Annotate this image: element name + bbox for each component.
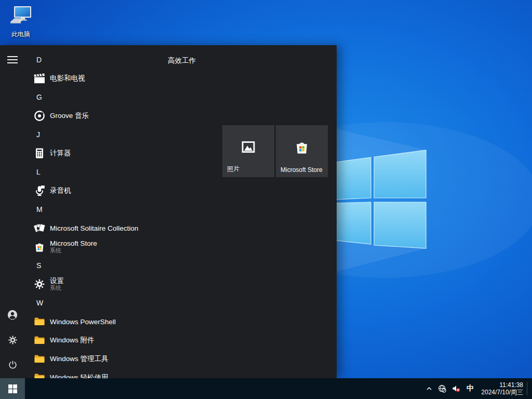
section-header-S[interactable]: S [25,256,166,275]
ime-indicator[interactable]: 中 [463,378,477,399]
app-label: Windows 管理工具 [50,354,109,364]
hidden-icons-button[interactable] [423,378,435,399]
app-label: 录音机 [50,186,71,195]
app-label: 计算器 [50,149,71,158]
tile-照片[interactable]: 照片 [222,125,274,177]
voice-recorder-icon [33,184,46,197]
user-account-button[interactable] [6,310,19,322]
app-list: D电影和电视GGroove 音乐J 计算器L录音机MMicrosoft Soli… [25,50,166,378]
settings-gear-icon [33,278,46,290]
folder-icon [33,371,46,378]
app-sublabel: 系统 [50,247,97,254]
tile-label: Microsoft Store [281,166,323,174]
section-letter: S [36,261,41,270]
clock-date: 2024/7/10/周三 [477,389,523,396]
app-label: Windows 轻松使用 [50,373,109,378]
app-label: Windows PowerShell [50,318,116,326]
section-header-D[interactable]: D [25,50,166,69]
section-header-G[interactable]: G [25,88,166,107]
windows-start-icon [8,384,17,393]
app-label: Microsoft Solitaire Collection [50,224,138,232]
app-item-电影和电视[interactable]: 电影和电视 [25,69,166,88]
volume-button[interactable] [449,378,463,399]
chevron-up-icon [425,384,433,393]
folder-item-Windows 附件[interactable]: Windows 附件 [25,331,166,350]
section-letter: D [36,56,42,64]
store-icon [294,139,310,155]
tile-group-title: 高效工作 [168,56,196,65]
groove-music-icon [33,110,46,122]
section-header-L[interactable]: L [25,163,166,181]
folder-icon [33,353,46,365]
app-label: 电影和电视 [50,74,85,83]
user-icon [7,309,18,323]
desktop-icon-label: 此电脑 [4,31,37,38]
gear-outline-icon [7,335,18,348]
tile-Microsoft Store[interactable]: Microsoft Store [276,125,328,177]
start-menu-rail [0,45,25,378]
system-tray: 中 11:41:38 2024/7/10/周三 [423,378,532,399]
settings-button[interactable] [6,335,19,347]
this-pc-icon [8,5,33,28]
clock[interactable]: 11:41:38 2024/7/10/周三 [477,381,527,396]
folder-item-Windows 管理工具[interactable]: Windows 管理工具 [25,350,166,368]
section-letter: L [36,168,41,176]
app-label: 设置 [50,277,64,285]
app-item-录音机[interactable]: 录音机 [25,181,166,200]
app-item-Microsoft Store[interactable]: Microsoft Store系统 [25,237,166,256]
movies-tv-icon [33,72,46,85]
hamburger-icon [7,56,18,63]
section-header-W[interactable]: W [25,294,166,312]
start-menu: D电影和电视GGroove 音乐J 计算器L录音机MMicrosoft Soli… [0,45,337,378]
store-icon [33,241,46,253]
desktop-icon-this-pc[interactable]: 此电脑 [4,5,37,38]
volume-muted-icon [452,384,460,393]
taskbar: 中 11:41:38 2024/7/10/周三 [0,378,532,399]
photos-icon [240,139,257,155]
app-item-计算器[interactable]: 计算器 [25,144,166,163]
screen: 此电脑 D电影和电视GGroove 音乐J 计算器L录音机MMicrosoft … [0,0,532,399]
section-header-J[interactable]: J [25,125,166,144]
section-letter: W [36,299,43,307]
clock-time: 11:41:38 [477,381,523,389]
app-sublabel: 系统 [50,285,64,291]
show-desktop-button[interactable] [527,378,532,399]
network-status-button[interactable] [435,378,449,399]
calculator-icon [33,147,46,159]
app-label: Groove 音乐 [50,111,89,121]
folder-item-Windows PowerShell[interactable]: Windows PowerShell [25,312,166,331]
expand-menu-button[interactable] [6,54,19,66]
app-item-Microsoft Solitaire Collection[interactable]: Microsoft Solitaire Collection [25,219,166,237]
solitaire-icon [33,222,46,234]
app-item-设置[interactable]: 设置系统 [25,275,166,294]
app-label: Windows 附件 [50,336,95,345]
section-header-M[interactable]: M [25,200,166,219]
power-button[interactable] [6,360,19,372]
power-icon [7,360,18,373]
folder-icon [33,334,46,347]
app-item-Groove 音乐[interactable]: Groove 音乐 [25,107,166,125]
folder-item-Windows 轻松使用[interactable]: Windows 轻松使用 [25,368,166,378]
folder-icon [33,315,46,328]
start-button[interactable] [0,378,25,399]
section-letter: J [36,130,40,139]
section-letter: M [36,205,43,214]
tile-label: 照片 [227,165,240,174]
network-disconnected-icon [438,384,446,393]
app-label: Microsoft Store [50,240,97,247]
section-letter: G [36,93,42,101]
